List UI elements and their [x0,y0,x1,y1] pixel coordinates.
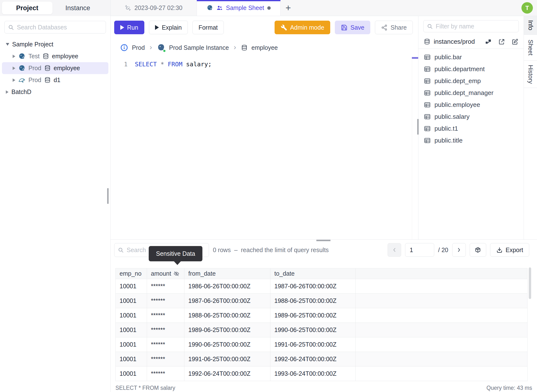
database-tree: Sample ProjectTestemployeeProdemployeePr… [0,37,110,99]
column-header[interactable]: from_date [184,268,270,279]
editor-minimap[interactable] [412,56,418,239]
database-icon [241,44,248,51]
table-cell: ****** [147,279,184,294]
caret-right-icon[interactable] [13,55,15,58]
sheet-tab-bar: 2023-09-27 02:30 Sample Sheet + T [111,0,537,16]
minimap-cursor [412,57,418,59]
sensitive-data-tooltip: Sensitive Data [149,246,202,261]
caret-right-icon[interactable] [13,78,15,82]
share-button[interactable]: Share [375,21,413,34]
tree-item[interactable]: BatchD [2,86,108,98]
schema-table-item[interactable]: public.title [418,135,524,146]
sidebar-resize-handle[interactable] [107,188,109,204]
table-cell-filler [356,366,528,381]
pivot-view-button[interactable] [470,243,486,257]
column-header-filler [356,268,528,279]
run-button[interactable]: Run [114,21,144,34]
export-button[interactable]: Export [490,243,529,257]
table-cell: 10001 [116,294,147,308]
table-cell: 1989-06-25T00:00:00Z [270,308,356,323]
table-cell: ****** [147,323,184,337]
tree-item[interactable]: Testemployee [2,50,108,62]
mysql-icon [18,77,26,84]
tab-project[interactable]: Project [2,2,52,14]
tab-sheet[interactable]: Sheet [524,35,537,61]
table-cell-filler [356,279,528,294]
breadcrumb-environment[interactable]: Prod [132,44,145,51]
eye-off-icon[interactable] [173,271,180,277]
page-number-input[interactable] [405,243,434,257]
search-databases-input[interactable] [17,24,102,31]
new-sheet-button[interactable]: + [281,0,296,16]
column-name: from_date [188,270,216,277]
sheet-tab-adhoc[interactable]: 2023-09-27 02:30 [111,0,197,16]
explain-button[interactable]: Explain [149,21,188,34]
table-row[interactable]: 10001******1990-06-25T00:00:00Z1991-06-2… [116,337,528,352]
table-cell: 1987-06-26T00:00:00Z [270,279,356,294]
schema-table-item[interactable]: public.department [418,63,524,75]
next-page-button[interactable] [452,243,466,257]
format-button[interactable]: Format [192,21,224,34]
breadcrumb-database[interactable]: employee [251,44,278,51]
table-row[interactable]: 10001******1989-06-25T00:00:00Z1990-06-2… [116,323,528,337]
admin-mode-button[interactable]: Admin mode [275,21,330,34]
results-resize-handle[interactable] [316,240,330,241]
column-header[interactable]: amount [147,268,184,279]
environment-label: Prod [28,65,41,72]
table-cell: 1992-06-24T00:00:00Z [184,366,270,381]
table-row[interactable]: 10001******1988-06-25T00:00:00Z1989-06-2… [116,308,528,323]
table-name: public.t1 [434,125,458,132]
schema-table-item[interactable]: public.dept_manager [418,87,524,99]
left-sidebar: Project Instance Sample ProjectTestemplo… [0,0,111,392]
schema-table-item[interactable]: public.salary [418,111,524,123]
sheet-tab-sample-sheet[interactable]: Sample Sheet [197,0,281,16]
results-scrollbar[interactable] [529,267,531,299]
schema-table-item[interactable]: public.employee [418,99,524,111]
table-cell-filler [356,308,528,323]
play-icon [155,25,159,30]
column-header[interactable]: to_date [270,268,356,279]
tab-info[interactable]: Info [524,16,537,35]
schema-panel-resize-handle[interactable] [417,119,419,135]
database-name: employee [52,53,78,60]
info-icon[interactable] [120,44,128,51]
pagination: / 20 Export [388,243,529,257]
table-cell-filler [356,294,528,308]
table-row[interactable]: 10001******1992-06-24T00:00:00Z1993-06-2… [116,366,528,381]
summary-separator: – [234,247,238,254]
schema-table-item[interactable]: public.bar [418,51,524,63]
schema-table-item[interactable]: public.dept_emp [418,75,524,87]
table-cell: 10001 [116,323,147,337]
external-link-icon[interactable] [498,38,505,45]
tab-instance[interactable]: Instance [52,2,103,14]
table-row[interactable]: 10001******1986-06-26T00:00:00Z1987-06-2… [116,279,528,294]
search-icon [118,247,124,253]
results-summary: 0 rows – reached the limit of query resu… [213,247,329,254]
schema-diagram-icon[interactable] [485,38,492,45]
filter-box [423,20,519,32]
caret-right-icon[interactable] [6,90,9,94]
main-row: Run Explain Format Admin mode [111,16,537,239]
sql-editor[interactable]: 1 SELECT * FROM salary; [111,56,418,239]
results-table-header: emp_noamountfrom_dateto_date [116,268,528,279]
table-row[interactable]: 10001******1991-06-25T00:00:00Z1992-06-2… [116,352,528,366]
tab-history[interactable]: History [524,61,537,88]
caret-down-icon[interactable] [6,43,9,46]
prev-page-button[interactable] [388,243,401,257]
edit-icon[interactable] [512,38,518,45]
results-table: emp_noamountfrom_dateto_date 10001******… [115,268,528,381]
schema-table-item[interactable]: public.t1 [418,123,524,135]
table-icon [424,137,431,144]
tree-item[interactable]: Prodd1 [2,74,108,86]
table-name: public.bar [434,53,462,61]
avatar[interactable]: T [521,2,533,14]
save-button[interactable]: Save [335,21,370,34]
caret-right-icon[interactable] [13,67,15,70]
database-name: d1 [54,77,61,84]
table-row[interactable]: 10001******1987-06-26T00:00:00Z1988-06-2… [116,294,528,308]
column-header[interactable]: emp_no [116,268,147,279]
tree-item[interactable]: Prodemployee [2,62,108,74]
breadcrumb-instance[interactable]: Prod Sample Instance [169,44,229,51]
tree-item[interactable]: Sample Project [2,38,108,50]
filter-by-name-input[interactable] [436,23,515,30]
